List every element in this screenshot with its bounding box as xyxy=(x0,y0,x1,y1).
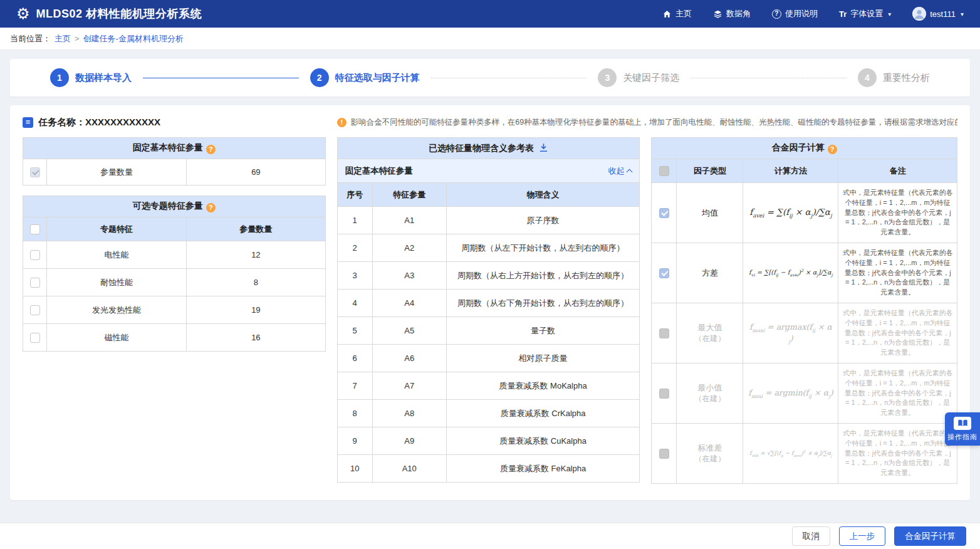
help-question-icon[interactable]: ? xyxy=(828,145,837,154)
ref-no: 5 xyxy=(337,317,372,345)
step-2-feature-selection[interactable]: 2 特征选取与因子计算 xyxy=(310,68,420,87)
reference-table-title-text: 已选特征量物理含义参考表 xyxy=(429,143,534,153)
col-header-remark: 备注 xyxy=(838,159,957,183)
factor-checkbox-checked[interactable] xyxy=(659,268,669,278)
ref-meaning: 周期数（从右上方开始计数，从右到左的顺序） xyxy=(446,262,640,290)
factor-name: 最小值 xyxy=(680,382,739,394)
cancel-button[interactable]: 取消 xyxy=(792,526,830,546)
factor-calculation-table: 合金因子计算? 因子类型 计算方法 备注 均值 xyxy=(651,137,957,484)
factor-calculation-submit-button[interactable]: 合金因子计算 xyxy=(894,526,966,546)
breadcrumb-current[interactable]: 创建任务-金属材料机理分析 xyxy=(83,33,184,44)
nav-data-label: 数据角 xyxy=(726,8,751,19)
nav-data[interactable]: 数据角 xyxy=(713,8,751,19)
username: test111 xyxy=(930,9,956,19)
ref-no: 9 xyxy=(337,427,372,455)
reference-row: 5A5量子数 xyxy=(337,317,640,345)
ref-meaning: 量子数 xyxy=(446,317,640,345)
breadcrumb-home-link[interactable]: 主页 xyxy=(55,33,71,44)
feature-count: 12 xyxy=(187,241,326,269)
step-1-data-import[interactable]: 1 数据样本导入 xyxy=(50,68,132,87)
app-title: MLDS02 材料性能机理分析系统 xyxy=(36,6,202,21)
optional-table-title: 可选专题特征参量? xyxy=(23,196,326,217)
breadcrumb: 当前位置： 主页 > 创建任务-金属材料机理分析 xyxy=(0,28,980,50)
collapse-label: 收起 xyxy=(608,165,624,177)
top-navbar: ⚙ MLDS02 材料性能机理分析系统 主页 数据角 ? 使用说明 Tr 字体设… xyxy=(0,0,980,28)
param-count-label: 参量数量 xyxy=(47,159,187,186)
book-icon xyxy=(954,417,971,430)
row-checkbox[interactable] xyxy=(30,333,40,343)
feature-name: 耐蚀性能 xyxy=(47,269,187,296)
factor-status: （在建） xyxy=(680,394,739,404)
step-connector xyxy=(691,78,847,78)
step-3-circle: 3 xyxy=(598,68,617,87)
ref-param: A2 xyxy=(372,234,446,262)
step-4-label: 重要性分析 xyxy=(883,72,930,84)
factor-remark: 式中，是元素特征量（代表元素的各个特征量，i = 1，2,...m，m为特征量总… xyxy=(838,243,957,303)
optional-row-electrical: 电性能 12 xyxy=(23,241,326,269)
ref-no: 7 xyxy=(337,372,372,400)
collapse-toggle[interactable]: 收起 xyxy=(608,165,632,177)
step-3-label: 关键因子筛选 xyxy=(623,72,679,84)
nav-font-settings[interactable]: Tr 字体设置 ▾ xyxy=(839,8,891,19)
ref-param: A3 xyxy=(372,262,446,290)
ref-meaning: 质量衰减系数 MoKalpha xyxy=(446,372,640,400)
step-connector xyxy=(431,78,587,78)
factor-checkbox-checked[interactable] xyxy=(659,208,669,218)
right-column: 合金因子计算? 因子类型 计算方法 备注 均值 xyxy=(651,137,957,484)
col-header-meaning: 物理含义 xyxy=(446,183,640,207)
font-settings-icon: Tr xyxy=(839,9,847,19)
nav-help[interactable]: ? 使用说明 xyxy=(772,8,818,19)
ref-meaning: 相对原子质量 xyxy=(446,345,640,372)
question-circle-icon: ? xyxy=(772,9,781,19)
reference-group-label: 固定基本特征参量 xyxy=(345,165,413,177)
row-checkbox[interactable] xyxy=(30,250,40,260)
fixed-table-title-text: 固定基本特征参量 xyxy=(133,142,203,152)
guide-label: 操作指南 xyxy=(947,432,977,442)
step-4-importance-analysis[interactable]: 4 重要性分析 xyxy=(858,68,930,87)
navbar-menu: 主页 数据角 ? 使用说明 Tr 字体设置 ▾ test111 ▾ xyxy=(662,7,964,21)
factor-table-title-text: 合金因子计算 xyxy=(772,142,825,152)
factor-status: （在建） xyxy=(680,333,739,344)
factor-row-variance: 方差 fvi = ∑[(fij − favei)2 × αj]/∑αj 式中，是… xyxy=(652,243,957,303)
home-icon xyxy=(662,9,672,19)
app-logo[interactable]: ⚙ MLDS02 材料性能机理分析系统 xyxy=(16,6,202,21)
feature-count: 16 xyxy=(187,324,326,352)
factor-formula: fmini = argmin(fij × αj) xyxy=(743,363,838,424)
fixed-feature-table: 固定基本特征参量? 参量数量 69 xyxy=(23,137,326,186)
step-3-key-factor-filter[interactable]: 3 关键因子筛选 xyxy=(598,68,679,87)
nav-home[interactable]: 主页 xyxy=(662,8,692,19)
reference-table: 已选特征量物理含义参考表 固定基本特征参量 收起 xyxy=(337,137,640,483)
operation-guide-button[interactable]: 操作指南 xyxy=(945,412,980,446)
optional-row-luminescence: 发光发热性能 19 xyxy=(23,296,326,324)
feature-count: 8 xyxy=(187,269,326,296)
task-title: ≡ 任务名称：XXXXXXXXXXXX xyxy=(23,117,326,128)
step-4-circle: 4 xyxy=(858,68,877,87)
help-question-icon[interactable]: ? xyxy=(206,203,216,212)
notice-banner: ! 影响合金不同性能的可能特征参量种类多样，在69种基本物理化学特征参量的基础上… xyxy=(337,117,957,128)
middle-column: 已选特征量物理含义参考表 固定基本特征参量 收起 xyxy=(337,137,640,484)
factor-name: 标准差 xyxy=(680,442,739,454)
step-2-circle: 2 xyxy=(310,68,329,87)
ref-no: 6 xyxy=(337,345,372,372)
select-all-checkbox[interactable] xyxy=(30,224,40,234)
nav-user-menu[interactable]: test111 ▾ xyxy=(912,7,964,21)
warning-icon: ! xyxy=(337,118,347,127)
col-header-no: 序号 xyxy=(337,183,372,207)
factor-row-min: 最小值（在建） fmini = argmin(fij × αj) 式中，是元素特… xyxy=(652,363,957,424)
breadcrumb-separator: > xyxy=(75,34,80,43)
feature-name: 发光发热性能 xyxy=(47,296,187,324)
row-checkbox[interactable] xyxy=(30,278,40,288)
fixed-table-row: 参量数量 69 xyxy=(23,159,326,186)
main-panel: ≡ 任务名称：XXXXXXXXXXXX ! 影响合金不同性能的可能特征参量种类多… xyxy=(10,105,970,500)
factor-row-std: 标准差（在建） fstdi = √∑[(fij − favei)2 × αj]/… xyxy=(652,424,957,484)
reference-row: 6A6相对原子质量 xyxy=(337,345,640,372)
previous-step-button[interactable]: 上一步 xyxy=(839,526,886,546)
col-header-param: 特征参量 xyxy=(372,183,446,207)
step-connector xyxy=(143,78,299,78)
row-checkbox[interactable] xyxy=(30,305,40,315)
step-1-circle: 1 xyxy=(50,68,69,87)
left-column: 固定基本特征参量? 参量数量 69 xyxy=(23,137,326,484)
help-question-icon[interactable]: ? xyxy=(206,145,216,154)
download-icon[interactable] xyxy=(539,143,548,152)
optional-row-corrosion: 耐蚀性能 8 xyxy=(23,269,326,296)
